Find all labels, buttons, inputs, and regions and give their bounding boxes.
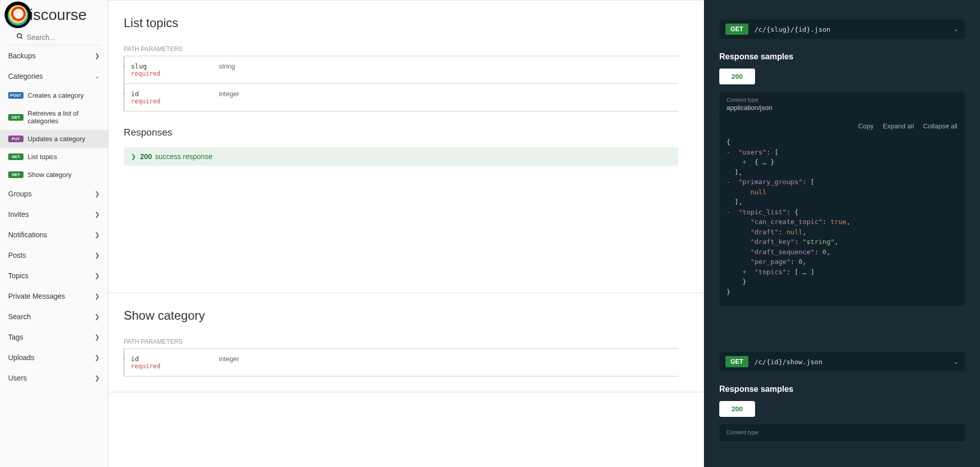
nav-item-invites[interactable]: Invites❯ (0, 204, 108, 225)
logo-text: iscourse (30, 6, 87, 24)
responses-heading: Responses (124, 127, 678, 138)
chevron-right-icon: ❯ (95, 272, 100, 279)
content-type-label: Content type (726, 429, 958, 435)
json-toggle[interactable]: - (726, 148, 738, 156)
json-sample: {- "users": [ + { … } ],- "primary_group… (719, 135, 965, 306)
nav-sub-item[interactable]: POSTCreates a category (0, 86, 108, 104)
chevron-right-icon: ❯ (95, 293, 100, 300)
sample-box: Content type application/json Copy Expan… (719, 92, 965, 306)
response-samples-heading: Response samples (719, 52, 965, 61)
chevron-right-icon: ❯ (95, 190, 100, 197)
chevron-down-icon: ⌄ (95, 73, 100, 80)
content-panel: List topics PATH PARAMETERS ├slugrequire… (108, 0, 704, 467)
method-badge: GET (725, 356, 748, 367)
param-required: required (131, 98, 219, 105)
nav-item-search[interactable]: Search❯ (0, 306, 108, 327)
param-required: required (131, 363, 219, 370)
json-toggle[interactable]: + (742, 268, 754, 276)
nav-sub-item[interactable]: GETShow category (0, 166, 108, 184)
nav-item-posts[interactable]: Posts❯ (0, 245, 108, 265)
chevron-right-icon: ❯ (95, 374, 100, 382)
chevron-right-icon: ❯ (95, 354, 100, 361)
nav-item-topics[interactable]: Topics❯ (0, 265, 108, 286)
endpoint-bar[interactable]: GET /c/{slug}/{id}.json ⌄ (719, 19, 965, 39)
content-type-value: application/json (726, 104, 958, 112)
section-title: Show category (124, 308, 678, 323)
nav-item-private-messages[interactable]: Private Messages❯ (0, 286, 108, 306)
param-row: └idrequiredinteger (124, 84, 678, 112)
chevron-right-icon: ❯ (131, 153, 136, 160)
chevron-right-icon: ❯ (95, 313, 100, 320)
status-tab[interactable]: 200 (719, 69, 755, 84)
endpoint-path: /c/{id}/show.json (755, 358, 953, 366)
nav-item-groups[interactable]: Groups❯ (0, 184, 108, 204)
response-samples-heading: Response samples (719, 385, 965, 394)
svg-point-5 (17, 34, 21, 38)
sidebar: iscourse Backups❯Categories⌄POSTCreates … (0, 0, 108, 467)
search-icon (16, 33, 24, 42)
logo[interactable]: iscourse (0, 0, 108, 30)
response-code: 200 (140, 152, 152, 161)
param-name: id (131, 90, 219, 98)
search-row[interactable] (8, 30, 100, 46)
chevron-down-icon: ⌄ (953, 358, 959, 365)
section-title: List topics (124, 16, 678, 30)
param-row: └idrequiredinteger (124, 349, 678, 376)
method-badge: POST (8, 92, 24, 99)
search-input[interactable] (27, 33, 92, 41)
param-type: string (219, 56, 678, 83)
response-row[interactable]: ❯ 200 success response (124, 147, 678, 166)
method-badge: GET (8, 153, 24, 160)
samples-panel: GET /c/{slug}/{id}.json ⌄ Response sampl… (704, 0, 980, 467)
json-toggle[interactable]: + (742, 158, 754, 166)
nav-sub-item[interactable]: PUTUpdates a category (0, 130, 108, 148)
nav-sub-item[interactable]: GETRetreives a list of categories (0, 104, 108, 130)
param-row: ├slugrequiredstring (124, 56, 678, 84)
endpoint-path: /c/{slug}/{id}.json (755, 26, 953, 33)
content-type-label: Content type (726, 97, 958, 103)
response-text: success response (155, 152, 212, 161)
chevron-down-icon: ⌄ (953, 26, 959, 33)
json-toggle[interactable]: - (726, 208, 738, 216)
param-name: id (131, 355, 219, 363)
chevron-right-icon: ❯ (95, 231, 100, 238)
tree-branch-icon: └ (122, 356, 125, 362)
nav-item-tags[interactable]: Tags❯ (0, 327, 108, 347)
chevron-right-icon: ❯ (95, 211, 100, 218)
nav-item-users[interactable]: Users❯ (0, 368, 108, 388)
nav-item-uploads[interactable]: Uploads❯ (0, 347, 108, 368)
chevron-right-icon: ❯ (95, 252, 100, 259)
chevron-right-icon: ❯ (95, 333, 100, 341)
endpoint-bar[interactable]: GET /c/{id}/show.json ⌄ (719, 352, 965, 371)
param-required: required (131, 70, 219, 77)
method-badge: GET (725, 24, 748, 35)
nav-item-categories[interactable]: Categories⌄ (0, 66, 108, 86)
sample-box: Content type (719, 424, 965, 441)
section-show-category: Show category PATH PARAMETERS └idrequire… (108, 293, 704, 392)
logo-icon (4, 1, 32, 29)
collapse-all-button[interactable]: Collapse all (923, 122, 958, 130)
json-toggle[interactable]: - (726, 178, 738, 186)
method-badge: GET (8, 171, 24, 178)
nav-sub-item[interactable]: GETList topics (0, 148, 108, 166)
method-badge: GET (8, 114, 24, 121)
chevron-right-icon: ❯ (95, 52, 100, 59)
section-list-topics: List topics PATH PARAMETERS ├slugrequire… (108, 1, 704, 293)
param-type: integer (219, 84, 678, 111)
nav-item-backups[interactable]: Backups❯ (0, 46, 108, 66)
path-params-heading: PATH PARAMETERS (124, 46, 678, 56)
svg-line-6 (21, 37, 22, 39)
param-name: slug (131, 62, 219, 70)
tree-branch-icon: ├ (122, 63, 125, 69)
tree-branch-icon: └ (122, 91, 125, 97)
expand-all-button[interactable]: Expand all (883, 122, 914, 130)
param-type: integer (219, 349, 678, 376)
path-params-heading: PATH PARAMETERS (124, 338, 678, 349)
nav-item-notifications[interactable]: Notifications❯ (0, 225, 108, 245)
status-tab[interactable]: 200 (719, 401, 755, 417)
method-badge: PUT (8, 136, 24, 142)
svg-point-4 (13, 9, 24, 19)
copy-button[interactable]: Copy (858, 122, 874, 130)
